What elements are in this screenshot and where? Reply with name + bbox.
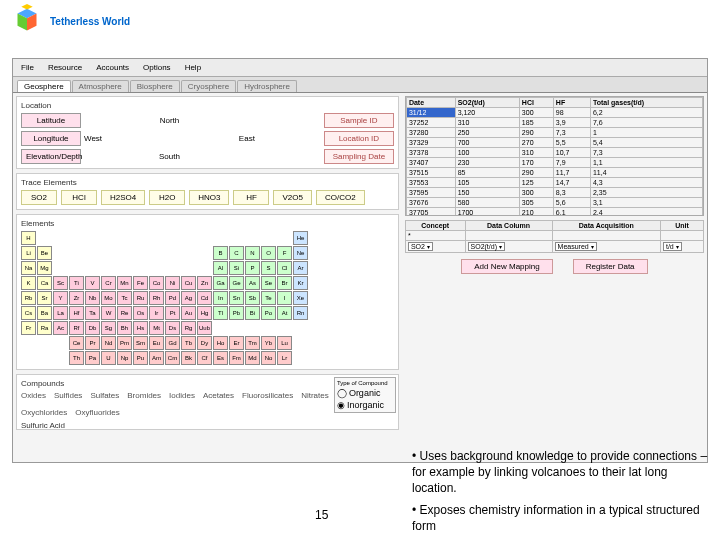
element-Db[interactable]: Db (85, 321, 100, 335)
sampling-date-button[interactable]: Sampling Date (324, 149, 394, 164)
element-Y[interactable]: Y (53, 291, 68, 305)
element-Na[interactable]: Na (21, 261, 36, 275)
cell[interactable]: 250 (455, 128, 519, 138)
element-N[interactable]: N (245, 246, 260, 260)
element-La[interactable]: La (53, 306, 68, 320)
trace-CO/CO2[interactable]: CO/CO2 (316, 190, 365, 205)
compound-oxychlorides[interactable]: Oxychlorides (21, 408, 67, 417)
cell[interactable]: 3,120 (455, 108, 519, 118)
element-W[interactable]: W (101, 306, 116, 320)
cell[interactable]: 3,1 (590, 198, 702, 208)
element-Ni[interactable]: Ni (165, 276, 180, 290)
menu-options[interactable]: Options (139, 62, 175, 73)
menu-accounts[interactable]: Accounts (92, 62, 133, 73)
trace-HCl[interactable]: HCl (61, 190, 97, 205)
cell[interactable]: 37329 (406, 138, 455, 148)
cell[interactable]: 4,3 (590, 178, 702, 188)
cell[interactable]: 37407 (406, 158, 455, 168)
element-Es[interactable]: Es (213, 351, 228, 365)
cell[interactable]: 580 (455, 198, 519, 208)
element-Se[interactable]: Se (261, 276, 276, 290)
element-Uub[interactable]: Uub (197, 321, 212, 335)
element-Ca[interactable]: Ca (37, 276, 52, 290)
element-Cf[interactable]: Cf (197, 351, 212, 365)
cell[interactable]: 37515 (406, 168, 455, 178)
latitude-input[interactable]: Latitude (21, 113, 81, 128)
cell[interactable]: 37252 (406, 118, 455, 128)
cell[interactable]: 105 (455, 178, 519, 188)
elevation-input[interactable]: Elevation/Depth (21, 149, 81, 164)
element-Ru[interactable]: Ru (133, 291, 148, 305)
cell[interactable]: 11,7 (553, 168, 590, 178)
element-Ac[interactable]: Ac (53, 321, 68, 335)
trace-HF[interactable]: HF (233, 190, 269, 205)
cell[interactable]: 300 (519, 108, 553, 118)
element-Rg[interactable]: Rg (181, 321, 196, 335)
trace-HNO3[interactable]: HNO3 (189, 190, 229, 205)
cell[interactable]: 37280 (406, 128, 455, 138)
cell[interactable]: 10,7 (553, 148, 590, 158)
element-P[interactable]: P (245, 261, 260, 275)
element-C[interactable]: C (229, 246, 244, 260)
cell[interactable]: 5,5 (553, 138, 590, 148)
element-S[interactable]: S (261, 261, 276, 275)
cell[interactable]: 210 (519, 208, 553, 217)
element-Dy[interactable]: Dy (197, 336, 212, 350)
radio-inorganic[interactable]: ◉ (337, 400, 345, 410)
cell[interactable]: 310 (455, 118, 519, 128)
cell[interactable]: 37676 (406, 198, 455, 208)
element-Eu[interactable]: Eu (149, 336, 164, 350)
element-Ba[interactable]: Ba (37, 306, 52, 320)
element-Am[interactable]: Am (149, 351, 164, 365)
tab-geosphere[interactable]: Geosphere (17, 80, 71, 92)
element-Pb[interactable]: Pb (229, 306, 244, 320)
element-V[interactable]: V (85, 276, 100, 290)
element-Tm[interactable]: Tm (245, 336, 260, 350)
element-Pa[interactable]: Pa (85, 351, 100, 365)
element-Tl[interactable]: Tl (213, 306, 228, 320)
acq-select[interactable]: Measured (555, 242, 597, 251)
element-Be[interactable]: Be (37, 246, 52, 260)
element-Ho[interactable]: Ho (213, 336, 228, 350)
element-Nd[interactable]: Nd (101, 336, 116, 350)
cell[interactable]: 5,6 (553, 198, 590, 208)
element-Ra[interactable]: Ra (37, 321, 52, 335)
cell[interactable]: 7,9 (553, 158, 590, 168)
element-As[interactable]: As (245, 276, 260, 290)
element-Cl[interactable]: Cl (277, 261, 292, 275)
element-Tc[interactable]: Tc (117, 291, 132, 305)
element-Po[interactable]: Po (261, 306, 276, 320)
cell[interactable]: 700 (455, 138, 519, 148)
cell[interactable]: 310 (519, 148, 553, 158)
element-Mt[interactable]: Mt (149, 321, 164, 335)
element-Bi[interactable]: Bi (245, 306, 260, 320)
cell[interactable]: 170 (519, 158, 553, 168)
element-Sc[interactable]: Sc (53, 276, 68, 290)
element-Sg[interactable]: Sg (101, 321, 116, 335)
element-Rh[interactable]: Rh (149, 291, 164, 305)
cell[interactable]: 2,35 (590, 188, 702, 198)
element-Lr[interactable]: Lr (277, 351, 292, 365)
element-Pd[interactable]: Pd (165, 291, 180, 305)
cell[interactable]: 37595 (406, 188, 455, 198)
sample-id-button[interactable]: Sample ID (324, 113, 394, 128)
unit-select[interactable]: t/d (663, 242, 682, 251)
element-F[interactable]: F (277, 246, 292, 260)
element-Pr[interactable]: Pr (85, 336, 100, 350)
element-Fr[interactable]: Fr (21, 321, 36, 335)
cell[interactable]: 37553 (406, 178, 455, 188)
cell[interactable]: 14,7 (553, 178, 590, 188)
element-Cm[interactable]: Cm (165, 351, 180, 365)
element-He[interactable]: He (293, 231, 308, 245)
element-Co[interactable]: Co (149, 276, 164, 290)
element-Fm[interactable]: Fm (229, 351, 244, 365)
tab-cryosphere[interactable]: Cryosphere (181, 80, 236, 92)
element-Hg[interactable]: Hg (197, 306, 212, 320)
element-Ti[interactable]: Ti (69, 276, 84, 290)
element-Er[interactable]: Er (229, 336, 244, 350)
element-Mo[interactable]: Mo (101, 291, 116, 305)
cell[interactable]: 125 (519, 178, 553, 188)
element-Rb[interactable]: Rb (21, 291, 36, 305)
element-U[interactable]: U (101, 351, 116, 365)
cell[interactable]: 6,2 (590, 108, 702, 118)
